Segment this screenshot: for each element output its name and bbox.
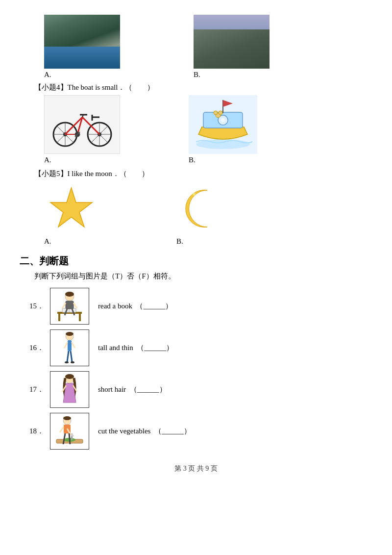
judge-phrase-15: read a book （______）	[98, 302, 172, 311]
judge-num-17: 17．	[29, 385, 44, 394]
read-book-svg	[52, 290, 87, 323]
q4-label-a: A.	[44, 71, 51, 79]
svg-point-32	[193, 193, 196, 196]
q5-option-b: B.	[176, 181, 230, 246]
svg-line-68	[69, 433, 70, 444]
q4-question: 【小题4】The boat is small．（ ）	[34, 83, 372, 92]
svg-rect-35	[79, 314, 81, 321]
judge-item-17: 17． short hair （______）	[29, 371, 372, 408]
boat-svg	[191, 98, 255, 151]
q4-image-a	[44, 15, 120, 69]
judge-item-15: 15． read a book （______）	[29, 288, 372, 325]
q5b-label: B.	[176, 237, 183, 246]
svg-line-51	[71, 351, 72, 362]
q4-option-b2: B.	[189, 95, 257, 164]
q4-image-b	[194, 15, 270, 69]
svg-line-42	[74, 303, 77, 308]
judge-image-16	[50, 329, 89, 366]
judge-item-16: 16． tall and thin （______）	[29, 329, 372, 366]
q4-boat-image	[189, 95, 257, 154]
judge-num-18: 18．	[29, 427, 44, 436]
q5-option-a: A.	[44, 181, 98, 246]
svg-point-52	[65, 361, 69, 363]
svg-point-25	[221, 118, 225, 122]
q4-options-row: A.	[44, 95, 372, 164]
q4-option-b: B.	[194, 15, 270, 79]
svg-line-13	[82, 117, 99, 134]
tall-thin-svg	[52, 331, 87, 365]
svg-rect-40	[66, 301, 74, 309]
svg-point-29	[214, 111, 218, 115]
page-footer: 第 3 页 共 9 页	[20, 464, 372, 473]
svg-marker-31	[50, 188, 92, 227]
svg-point-30	[219, 111, 222, 115]
moon-svg	[180, 185, 227, 232]
svg-line-66	[60, 427, 64, 432]
svg-point-39	[65, 292, 74, 297]
svg-point-53	[71, 361, 74, 363]
svg-rect-34	[58, 314, 60, 321]
q5-moon-image	[176, 181, 230, 235]
cut-vegetables-svg	[52, 415, 87, 448]
judge-phrase-16: tall and thin （______）	[98, 343, 173, 353]
svg-line-50	[67, 351, 69, 362]
short-hair-svg	[52, 373, 87, 406]
q4-label-b: B.	[194, 71, 200, 79]
q4b2-label: B.	[189, 156, 196, 164]
svg-point-63	[63, 416, 71, 420]
star-svg	[48, 185, 95, 232]
q5-question: 【小题5】I like the moon．（ ）	[34, 169, 372, 178]
svg-point-55	[65, 374, 74, 379]
judge-phrase-17: short hair （______）	[98, 385, 167, 394]
section2-title: 二、判断题	[20, 254, 372, 268]
svg-point-46	[66, 332, 74, 336]
q4a2-label: A.	[44, 156, 51, 164]
svg-marker-27	[223, 100, 233, 107]
judge-image-18	[50, 413, 89, 450]
judge-phrase-18: cut the vegetables （______）	[98, 427, 191, 436]
q5a-label: A.	[44, 237, 51, 246]
judge-image-17	[50, 371, 89, 408]
judge-image-15	[50, 288, 89, 325]
q5-options-row: A. B.	[44, 181, 372, 246]
svg-line-41	[62, 303, 66, 308]
judge-item-18: 18． cut the vegetables （______）	[29, 413, 372, 450]
judge-num-15: 15．	[29, 302, 44, 311]
judge-num-16: 16．	[29, 343, 44, 353]
section2-instruction: 判断下列词组与图片是（T）否（F）相符。	[34, 272, 372, 281]
svg-rect-47	[68, 340, 72, 351]
svg-line-49	[72, 342, 75, 348]
q4-option-a: A.	[44, 15, 120, 79]
bicycle-svg	[50, 100, 114, 149]
svg-line-48	[64, 342, 68, 348]
q5-star-image	[44, 181, 98, 235]
q4-bicycle-image	[44, 95, 120, 154]
q4-option-a2: A.	[44, 95, 120, 164]
